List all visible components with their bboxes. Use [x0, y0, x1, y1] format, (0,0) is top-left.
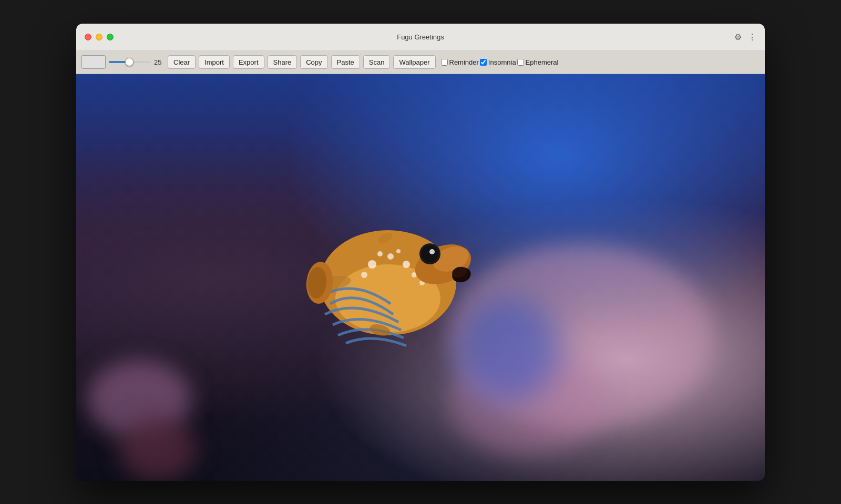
traffic-lights: [85, 34, 114, 40]
extension-icon[interactable]: ⚙: [734, 32, 742, 42]
fish-image: [288, 178, 509, 377]
reminder-checkbox[interactable]: [441, 59, 448, 66]
share-button[interactable]: Share: [268, 55, 298, 69]
app-window: Fugu Greetings ⚙ ⋮ 25 Clear Import Expor…: [76, 24, 765, 481]
export-button[interactable]: Export: [233, 55, 264, 69]
fish-scene: [76, 74, 765, 481]
menu-icon[interactable]: ⋮: [748, 32, 756, 42]
insomnia-text: Insomnia: [488, 58, 516, 66]
toolbar: 25 Clear Import Export Share Copy Paste …: [76, 51, 765, 74]
titlebar: Fugu Greetings ⚙ ⋮: [76, 24, 765, 51]
titlebar-actions: ⚙ ⋮: [734, 32, 756, 42]
svg-point-16: [429, 249, 435, 254]
svg-point-15: [422, 245, 438, 262]
canvas-area[interactable]: [76, 74, 765, 481]
scan-button[interactable]: Scan: [363, 55, 391, 69]
clear-button[interactable]: Clear: [168, 55, 196, 69]
maximize-button[interactable]: [107, 34, 114, 40]
reminder-label[interactable]: Reminder: [441, 58, 479, 66]
insomnia-label[interactable]: Insomnia: [480, 58, 516, 66]
window-title: Fugu Greetings: [397, 33, 444, 41]
checkbox-group: Reminder Insomnia Ephemeral: [441, 58, 559, 66]
import-button[interactable]: Import: [199, 55, 230, 69]
coral-blob-4: [118, 418, 197, 481]
svg-point-7: [396, 249, 401, 253]
slider-value: 25: [154, 58, 165, 66]
svg-point-6: [377, 251, 383, 256]
reminder-text: Reminder: [449, 58, 479, 66]
svg-point-8: [361, 272, 367, 278]
close-button[interactable]: [85, 34, 91, 40]
minimize-button[interactable]: [96, 34, 102, 40]
ephemeral-label[interactable]: Ephemeral: [517, 58, 559, 66]
svg-point-4: [403, 261, 410, 268]
ephemeral-text: Ephemeral: [526, 58, 559, 66]
svg-point-3: [387, 253, 394, 260]
wallpaper-button[interactable]: Wallpaper: [393, 55, 435, 69]
copy-button[interactable]: Copy: [300, 55, 327, 69]
slider-container: 25: [109, 58, 165, 66]
color-swatch[interactable]: [81, 55, 106, 69]
svg-point-2: [368, 260, 376, 269]
ephemeral-checkbox[interactable]: [517, 59, 524, 66]
brush-size-slider[interactable]: [109, 61, 151, 63]
paste-button[interactable]: Paste: [331, 55, 360, 69]
insomnia-checkbox[interactable]: [480, 59, 487, 66]
